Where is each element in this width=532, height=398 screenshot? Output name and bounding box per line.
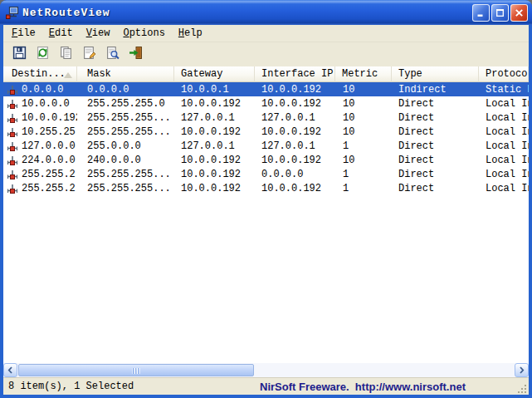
destination-text: 10.255.25... [22, 126, 77, 138]
table-row[interactable]: 224.0.0.0240.0.0.010.0.0.19210.0.0.19210… [3, 153, 529, 167]
column-label: Gateway [181, 68, 222, 80]
close-button[interactable] [510, 4, 528, 22]
column-label: Interface IP [261, 68, 333, 80]
column-header-gateway[interactable]: Gateway [174, 66, 255, 82]
protocol-cell: Local Int [479, 126, 529, 138]
route-list: Destin...MaskGatewayInterface IPMetricTy… [3, 66, 529, 377]
protocol-cell: Local Int [479, 155, 529, 166]
horizontal-scrollbar[interactable] [3, 363, 529, 377]
route-icon [6, 169, 19, 180]
type-cell: Direct [392, 112, 479, 124]
table-row[interactable]: 255.255.2...255.255.255...10.0.0.1920.0.… [3, 167, 529, 181]
metric-cell: 1 [335, 183, 392, 194]
destination-cell: 127.0.0.0 [3, 140, 77, 152]
column-header-protocol[interactable]: Protocol [479, 66, 529, 82]
table-row[interactable]: 10.255.25...255.255.255...10.0.0.19210.0… [3, 125, 529, 139]
destination-text: 127.0.0.0 [22, 140, 76, 152]
scroll-left-button[interactable] [3, 363, 17, 377]
properties-button[interactable] [81, 46, 98, 63]
copy-icon [59, 46, 73, 64]
mask-cell: 255.255.255... [77, 169, 174, 180]
mask-cell: 255.0.0.0 [77, 140, 174, 152]
status-bar: 8 item(s), 1 Selected NirSoft Freeware. … [3, 377, 529, 395]
type-cell: Direct [392, 183, 479, 194]
netrouteview-window: NetRouteView FileEditViewOptionsHelp [0, 0, 532, 398]
column-label: Metric [342, 68, 378, 80]
table-row[interactable]: 255.255.2...255.255.255...10.0.0.19210.0… [3, 181, 529, 195]
column-header-destination[interactable]: Destin... [3, 66, 77, 82]
find-button[interactable] [104, 46, 121, 63]
route-icon [6, 140, 19, 152]
menu-item-file[interactable]: File [5, 26, 42, 42]
scrollbar-thumb[interactable] [18, 364, 254, 376]
mask-cell: 255.255.255.0 [77, 98, 174, 110]
column-header-interface_ip[interactable]: Interface IP [255, 66, 335, 82]
column-header-type[interactable]: Type [392, 66, 479, 82]
type-cell: Direct [392, 98, 479, 110]
table-row[interactable]: 0.0.0.00.0.0.010.0.0.110.0.0.19210Indire… [3, 82, 529, 96]
title-bar[interactable]: NetRouteView [0, 0, 532, 25]
table-row[interactable]: 127.0.0.0255.0.0.0127.0.0.1127.0.0.11Dir… [3, 139, 529, 153]
gateway-cell: 127.0.0.1 [174, 140, 255, 152]
metric-cell: 10 [335, 112, 392, 124]
mask-cell: 255.255.255... [77, 183, 174, 194]
interface_ip-cell: 0.0.0.0 [255, 169, 335, 180]
route-icon [6, 126, 19, 138]
refresh-icon [36, 46, 50, 64]
gateway-cell: 10.0.0.192 [174, 155, 255, 166]
nirsoft-link[interactable]: NirSoft Freeware. http://www.nirsoft.net [260, 381, 466, 393]
type-cell: Direct [392, 140, 479, 152]
table-row[interactable]: 10.0.0.192255.255.255...127.0.0.1127.0.0… [3, 111, 529, 125]
resize-grip[interactable] [515, 382, 526, 393]
column-label: Type [398, 68, 422, 80]
mask-cell: 0.0.0.0 [77, 84, 174, 96]
table-row[interactable]: 10.0.0.0255.255.255.010.0.0.19210.0.0.19… [3, 96, 529, 111]
destination-cell: 224.0.0.0 [3, 155, 77, 166]
menu-item-view[interactable]: View [80, 26, 117, 42]
sort-ascending-icon [64, 72, 72, 78]
metric-cell: 10 [335, 98, 392, 110]
mask-cell: 240.0.0.0 [77, 155, 174, 166]
refresh-button[interactable] [34, 46, 51, 63]
interface_ip-cell: 127.0.0.1 [255, 140, 335, 152]
destination-text: 255.255.2... [22, 169, 77, 180]
route-icon [6, 112, 19, 124]
metric-cell: 10 [335, 84, 392, 96]
save-button[interactable] [11, 46, 28, 63]
menu-item-help[interactable]: Help [172, 26, 209, 42]
properties-icon [82, 46, 96, 64]
maximize-button[interactable] [491, 4, 509, 22]
menu-item-options[interactable]: Options [116, 26, 171, 42]
interface_ip-cell: 127.0.0.1 [255, 112, 335, 124]
metric-cell: 10 [335, 155, 392, 166]
metric-cell: 1 [335, 140, 392, 152]
exit-icon [129, 46, 143, 64]
destination-text: 0.0.0.0 [22, 84, 63, 96]
scroll-right-button[interactable] [515, 363, 529, 377]
route-icon [6, 183, 19, 194]
destination-text: 255.255.2... [22, 183, 77, 194]
type-cell: Direct [392, 155, 479, 166]
app-icon [5, 6, 19, 20]
menu-item-edit[interactable]: Edit [42, 26, 80, 42]
type-cell: Direct [392, 126, 479, 138]
mask-cell: 255.255.255... [77, 112, 174, 124]
minimize-button[interactable] [472, 4, 490, 22]
window-title: NetRouteView [22, 7, 110, 19]
destination-text: 224.0.0.0 [22, 155, 76, 166]
column-header-mask[interactable]: Mask [77, 66, 174, 82]
exit-button[interactable] [127, 46, 144, 63]
route-icon [6, 98, 19, 110]
gateway-cell: 10.0.0.192 [174, 98, 255, 110]
table-body: 0.0.0.00.0.0.010.0.0.110.0.0.19210Indire… [3, 82, 529, 195]
interface_ip-cell: 10.0.0.192 [255, 84, 335, 96]
interface_ip-cell: 10.0.0.192 [255, 126, 335, 138]
interface_ip-cell: 10.0.0.192 [255, 98, 335, 110]
mask-cell: 255.255.255... [77, 126, 174, 138]
copy-button[interactable] [57, 46, 75, 63]
column-header-metric[interactable]: Metric [335, 66, 392, 82]
destination-cell: 0.0.0.0 [3, 84, 77, 96]
destination-text: 10.0.0.192 [22, 112, 77, 124]
protocol-cell: Local Int [479, 140, 529, 152]
toolbar [3, 42, 529, 66]
